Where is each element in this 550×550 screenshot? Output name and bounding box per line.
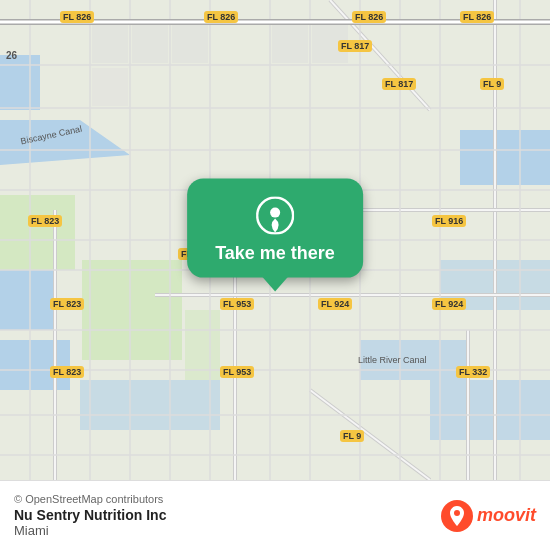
- svg-rect-54: [92, 25, 128, 63]
- svg-rect-5: [460, 130, 550, 185]
- svg-rect-55: [132, 25, 168, 63]
- svg-point-61: [270, 208, 280, 218]
- svg-rect-8: [430, 380, 550, 440]
- svg-rect-11: [82, 260, 182, 360]
- popup: Take me there: [187, 179, 363, 278]
- road-label-fl826-3: FL 826: [352, 11, 386, 23]
- take-me-there-button[interactable]: Take me there: [215, 243, 335, 264]
- road-label-fl9-2: FL 9: [340, 430, 364, 442]
- road-label-fl817-1: FL 817: [338, 40, 372, 52]
- svg-rect-56: [172, 25, 208, 63]
- place-location: Miami: [14, 523, 166, 538]
- svg-point-62: [454, 510, 460, 516]
- route-26-label: 26: [6, 50, 17, 61]
- place-info: Nu Sentry Nutrition Inc Miami: [14, 507, 166, 538]
- road-label-fl823-2: FL 823: [50, 298, 84, 310]
- location-pin-icon: [256, 197, 294, 235]
- attribution-text: © OpenStreetMap contributors: [14, 493, 166, 505]
- moovit-icon: [441, 500, 473, 532]
- road-label-fl9-1: FL 9: [480, 78, 504, 90]
- road-label-fl953-3: FL 953: [220, 366, 254, 378]
- svg-rect-9: [80, 380, 220, 430]
- moovit-text: moovit: [477, 505, 536, 526]
- svg-rect-4: [0, 340, 70, 390]
- svg-rect-58: [272, 25, 308, 63]
- little-river-canal-label: Little River Canal: [358, 355, 427, 365]
- road-label-fl823-3: FL 823: [50, 366, 84, 378]
- road-label-fl826-4: FL 826: [460, 11, 494, 23]
- svg-rect-10: [0, 195, 75, 270]
- bottom-bar: © OpenStreetMap contributors Nu Sentry N…: [0, 480, 550, 550]
- road-label-fl332: FL 332: [456, 366, 490, 378]
- road-label-fl817-2: FL 817: [382, 78, 416, 90]
- svg-rect-2: [0, 55, 40, 110]
- road-label-fl953-2: FL 953: [220, 298, 254, 310]
- svg-rect-57: [92, 68, 128, 106]
- road-label-fl924-1: FL 924: [318, 298, 352, 310]
- road-label-fl916: FL 916: [432, 215, 466, 227]
- road-label-fl823-1: FL 823: [28, 215, 62, 227]
- road-label-fl924-2: FL 924: [432, 298, 466, 310]
- road-label-fl826-2: FL 826: [204, 11, 238, 23]
- popup-bubble[interactable]: Take me there: [187, 179, 363, 278]
- svg-rect-3: [0, 270, 55, 330]
- moovit-logo: moovit: [441, 500, 536, 532]
- map-container: FL 826 FL 826 FL 826 FL 826 FL 817 FL 81…: [0, 0, 550, 480]
- road-label-fl826-1: FL 826: [60, 11, 94, 23]
- place-name: Nu Sentry Nutrition Inc: [14, 507, 166, 523]
